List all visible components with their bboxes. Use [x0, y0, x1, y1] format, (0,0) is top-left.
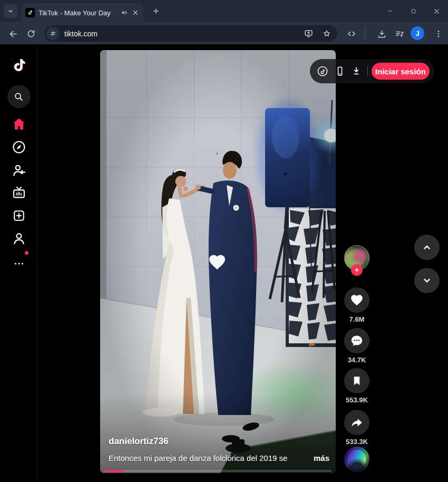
bookmark-page-button[interactable]	[322, 29, 332, 38]
tiktok-logo[interactable]	[10, 56, 28, 76]
user-follow-icon	[11, 162, 27, 178]
tiktok-favicon	[25, 8, 35, 17]
sidebar-more-button[interactable]	[13, 255, 25, 268]
toolbar-separator	[365, 27, 365, 39]
browser-window: TikTok - Make Your Day	[0, 0, 448, 482]
close-icon	[433, 7, 441, 15]
like-group: 7.6M	[344, 287, 369, 323]
favorite-group: 553.9K	[344, 368, 369, 404]
sidebar-search-button[interactable]	[7, 85, 31, 108]
sidebar	[0, 44, 38, 482]
sidebar-live-button[interactable]	[12, 185, 26, 200]
share-count: 533.3K	[344, 438, 369, 446]
minimize-icon	[386, 7, 394, 15]
favorite-button[interactable]	[344, 368, 369, 393]
video-player: danielortiz736 Entonces mi pareja de dan…	[100, 50, 336, 473]
caption-more-button[interactable]: más	[314, 454, 329, 462]
sidebar-profile-button[interactable]	[12, 231, 26, 246]
user-icon	[12, 231, 26, 246]
back-arrow-icon	[8, 29, 18, 39]
code-icon	[346, 28, 357, 39]
install-app-button[interactable]	[304, 28, 314, 38]
plus-icon	[354, 267, 360, 273]
like-count: 7.6M	[344, 315, 369, 323]
comment-group: 34.7K	[344, 328, 369, 364]
media-control-button[interactable]	[393, 27, 406, 41]
browser-tab[interactable]: TikTok - Make Your Day	[21, 3, 143, 22]
heart-icon	[350, 293, 364, 307]
maximize-button[interactable]	[402, 0, 425, 22]
home-icon	[12, 117, 26, 131]
monitor-download-icon	[304, 28, 314, 38]
live-tv-icon	[12, 185, 26, 200]
browser-profile-avatar[interactable]: J	[411, 26, 424, 40]
close-window-button[interactable]	[425, 0, 448, 22]
get-app-button[interactable]	[334, 65, 346, 77]
download-video-button[interactable]	[350, 65, 362, 77]
sound-disc[interactable]	[344, 447, 369, 472]
ellipsis-icon	[13, 255, 25, 268]
video-progress-fill	[104, 470, 123, 472]
sidebar-home-button[interactable]	[12, 117, 26, 131]
plus-square-icon	[12, 208, 26, 223]
downloads-button[interactable]	[375, 27, 388, 41]
share-group: 533.3K	[344, 410, 369, 446]
search-icon	[13, 91, 24, 102]
follow-button[interactable]	[351, 264, 363, 276]
tab-audio-icon[interactable]	[121, 9, 128, 16]
author-username[interactable]: danielortiz736	[109, 436, 329, 447]
window-controls	[378, 0, 448, 22]
share-icon	[350, 416, 364, 429]
sidebar-upload-button[interactable]	[12, 208, 26, 223]
overlay-separator	[367, 66, 368, 76]
like-button[interactable]	[344, 287, 369, 313]
site-info-button[interactable]	[46, 27, 60, 40]
bookmark-icon	[351, 375, 363, 387]
chevron-up-icon	[421, 242, 433, 253]
header-overlay: Iniciar sesión	[310, 59, 434, 83]
kebab-menu-icon	[434, 29, 443, 38]
back-button[interactable]	[6, 27, 20, 41]
url-text[interactable]: tiktok.com	[64, 30, 304, 38]
video-content[interactable]	[100, 50, 336, 473]
tab-search-button[interactable]	[4, 4, 17, 18]
chevron-down-icon	[7, 7, 14, 15]
previous-video-button[interactable]	[414, 235, 440, 260]
reload-icon	[26, 29, 36, 38]
sidebar-following-button[interactable]	[11, 162, 27, 178]
chevron-down-icon	[421, 275, 433, 286]
video-caption: Entonces mi pareja de danza folclórica d…	[109, 454, 306, 462]
plus-icon	[152, 7, 160, 15]
tab-strip: TikTok - Make Your Day	[0, 0, 448, 22]
maximize-icon	[410, 8, 417, 15]
extension-code-button[interactable]	[345, 27, 358, 41]
sidebar-explore-button[interactable]	[12, 140, 26, 155]
tiktok-coin-icon[interactable]	[316, 65, 329, 78]
login-button[interactable]: Iniciar sesión	[372, 63, 430, 80]
compass-icon	[12, 140, 26, 155]
video-meta: danielortiz736 Entonces mi pareja de dan…	[109, 436, 329, 462]
comment-button[interactable]	[344, 328, 369, 353]
address-bar[interactable]: tiktok.com	[44, 25, 337, 42]
notification-dot	[25, 251, 28, 255]
playlist-music-icon	[395, 29, 405, 39]
minimize-button[interactable]	[378, 0, 402, 22]
comment-count: 34.7K	[344, 356, 369, 364]
video-progress-bar[interactable]	[104, 470, 332, 472]
share-button[interactable]	[344, 410, 369, 435]
tab-close-icon[interactable]	[132, 9, 139, 16]
site-settings-icon	[49, 30, 57, 37]
phone-icon	[334, 65, 346, 77]
tiktok-app: danielortiz736 Entonces mi pareja de dan…	[0, 44, 448, 482]
favorite-count: 553.9K	[344, 396, 369, 404]
browser-menu-button[interactable]	[432, 27, 445, 41]
comment-icon	[350, 334, 364, 348]
tab-title: TikTok - Make Your Day	[38, 9, 117, 17]
download-tray-icon	[377, 29, 387, 39]
reload-button[interactable]	[24, 27, 38, 41]
new-tab-button[interactable]	[150, 5, 162, 17]
star-icon	[322, 29, 332, 38]
next-video-button[interactable]	[414, 268, 440, 293]
download-icon	[350, 65, 362, 77]
